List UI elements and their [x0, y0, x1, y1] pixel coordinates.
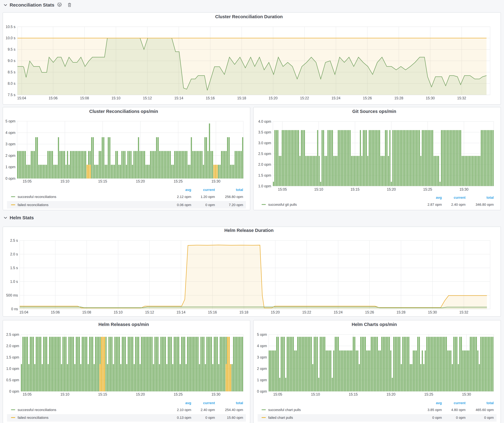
svg-text:15:05: 15:05 [23, 179, 32, 183]
svg-text:15:30: 15:30 [428, 310, 437, 314]
svg-text:successful git pulls: successful git pulls [268, 203, 297, 206]
svg-text:15:15: 15:15 [98, 179, 107, 183]
svg-text:1 opm: 1 opm [6, 165, 15, 169]
svg-text:15:20: 15:20 [136, 179, 145, 183]
svg-text:0.13 opm: 0.13 opm [177, 416, 191, 420]
svg-text:0.5 opm: 0.5 opm [6, 378, 19, 382]
svg-text:2.0 opm: 2.0 opm [258, 162, 271, 166]
svg-text:15:25: 15:25 [424, 392, 433, 396]
svg-text:7.5 s: 7.5 s [8, 93, 15, 97]
svg-text:9.0 s: 9.0 s [8, 59, 15, 63]
svg-text:15:32: 15:32 [457, 96, 466, 100]
svg-text:4.80 opm: 4.80 opm [451, 408, 466, 412]
svg-text:15:30: 15:30 [462, 392, 471, 396]
svg-text:15:18: 15:18 [239, 310, 248, 314]
svg-text:current: current [203, 401, 215, 405]
svg-text:15:20: 15:20 [269, 96, 278, 100]
svg-text:15:10: 15:10 [311, 392, 320, 396]
svg-text:15:15: 15:15 [350, 187, 360, 191]
svg-text:15:30: 15:30 [459, 187, 468, 191]
svg-text:2.5 opm: 2.5 opm [258, 152, 271, 156]
svg-text:current: current [454, 401, 466, 405]
svg-text:Helm Release Duration: Helm Release Duration [224, 228, 274, 233]
svg-text:successful reconciliations: successful reconciliations [18, 408, 56, 412]
svg-text:2.5 s: 2.5 s [10, 238, 18, 242]
svg-text:15:20: 15:20 [271, 310, 280, 314]
svg-text:0.06 opm: 0.06 opm [177, 203, 191, 207]
svg-text:15:25: 15:25 [174, 392, 183, 396]
svg-text:Cluster Reconciliations ops/mi: Cluster Reconciliations ops/min [89, 109, 158, 114]
svg-text:2 opm: 2 opm [6, 153, 15, 158]
svg-text:avg: avg [185, 188, 191, 192]
svg-text:current: current [203, 188, 215, 192]
svg-text:failed chart pulls: failed chart pulls [268, 416, 293, 420]
svg-text:2.5 opm: 2.5 opm [6, 333, 19, 337]
svg-text:0 opm: 0 opm [205, 203, 215, 207]
svg-text:15:25: 15:25 [423, 187, 432, 191]
svg-text:15:10: 15:10 [60, 392, 70, 396]
svg-text:2.87 opm: 2.87 opm [427, 203, 442, 206]
svg-text:Helm Charts ops/min: Helm Charts ops/min [352, 322, 397, 327]
svg-text:3.85 opm: 3.85 opm [427, 408, 442, 412]
svg-text:15:30: 15:30 [211, 392, 221, 396]
svg-text:15:28: 15:28 [394, 96, 403, 100]
svg-text:2.40 opm: 2.40 opm [451, 203, 466, 206]
svg-text:15:10: 15:10 [114, 310, 123, 314]
svg-text:15:22: 15:22 [300, 96, 309, 100]
svg-text:total: total [486, 196, 494, 200]
svg-text:3.5 opm: 3.5 opm [258, 130, 271, 134]
svg-text:successful reconciliations: successful reconciliations [18, 195, 56, 199]
svg-text:1.0 opm: 1.0 opm [6, 367, 19, 371]
svg-text:15:05: 15:05 [273, 392, 282, 396]
svg-text:15:16: 15:16 [206, 96, 215, 100]
svg-text:0 opm: 0 opm [257, 389, 267, 394]
svg-text:15:14: 15:14 [174, 96, 183, 100]
svg-text:15:12: 15:12 [145, 310, 154, 314]
svg-text:1.5 opm: 1.5 opm [258, 173, 271, 177]
svg-text:15:20: 15:20 [387, 187, 396, 191]
svg-text:15:20: 15:20 [386, 392, 396, 396]
svg-text:15:32: 15:32 [459, 310, 468, 314]
svg-text:0 opm: 0 opm [6, 176, 15, 181]
svg-text:2.40 opm: 2.40 opm [201, 408, 215, 412]
svg-text:15:26: 15:26 [363, 96, 372, 100]
svg-text:15:14: 15:14 [177, 310, 186, 314]
svg-text:Cluster Reconciliation Duratio: Cluster Reconciliation Duration [215, 14, 283, 19]
svg-text:15:26: 15:26 [365, 310, 374, 314]
svg-text:0 opm: 0 opm [9, 389, 19, 394]
svg-text:15:22: 15:22 [302, 310, 311, 314]
svg-text:total: total [236, 188, 243, 192]
svg-text:1 opm: 1 opm [257, 378, 267, 382]
svg-text:9.5 s: 9.5 s [8, 47, 15, 51]
svg-text:254.40 opm: 254.40 opm [225, 408, 243, 412]
svg-text:3.0 opm: 3.0 opm [258, 141, 271, 145]
svg-text:5 opm: 5 opm [6, 119, 15, 123]
svg-text:15:18: 15:18 [237, 96, 246, 100]
svg-text:15:04: 15:04 [19, 310, 28, 314]
svg-text:8.0 s: 8.0 s [8, 82, 15, 86]
svg-text:failed reconciliations: failed reconciliations [18, 416, 48, 420]
svg-text:5 opm: 5 opm [257, 333, 267, 337]
svg-text:4 opm: 4 opm [6, 131, 15, 135]
svg-text:15:08: 15:08 [82, 310, 91, 314]
svg-text:0 opm: 0 opm [484, 416, 494, 420]
svg-text:0 opm: 0 opm [456, 416, 466, 420]
svg-text:3 opm: 3 opm [6, 142, 15, 146]
svg-text:avg: avg [185, 401, 191, 405]
svg-text:15:10: 15:10 [111, 96, 120, 100]
svg-text:current: current [454, 196, 466, 200]
svg-text:4.0 opm: 4.0 opm [258, 119, 271, 123]
svg-text:Git Sources ops/min: Git Sources ops/min [352, 109, 396, 114]
svg-text:15:24: 15:24 [334, 310, 343, 314]
svg-text:15:04: 15:04 [17, 96, 26, 100]
svg-text:15:05: 15:05 [278, 187, 287, 191]
svg-text:256.80 opm: 256.80 opm [225, 195, 243, 199]
svg-text:346.80 opm: 346.80 opm [476, 203, 494, 206]
svg-text:avg: avg [436, 401, 442, 405]
svg-text:15:15: 15:15 [98, 392, 107, 396]
svg-text:0 ns: 0 ns [11, 307, 18, 311]
svg-text:15:12: 15:12 [143, 96, 152, 100]
svg-text:2.0 s: 2.0 s [10, 252, 18, 256]
svg-text:500 ms: 500 ms [6, 293, 18, 297]
svg-text:15:16: 15:16 [208, 310, 217, 314]
